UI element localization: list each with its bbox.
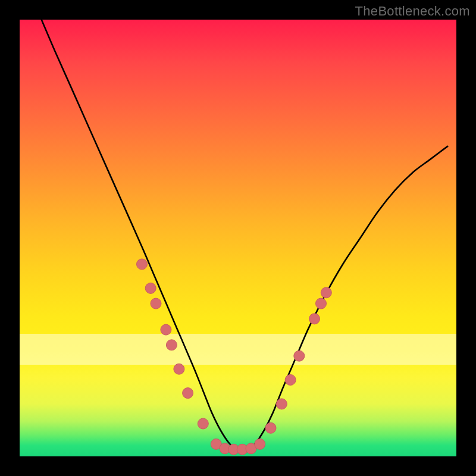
data-marker — [174, 364, 184, 374]
data-marker — [294, 350, 305, 361]
data-marker — [309, 314, 320, 324]
data-marker — [151, 298, 161, 309]
marker-group — [137, 259, 332, 455]
chart-overlay — [20, 20, 456, 456]
chart-stage: TheBottleneck.com — [0, 0, 476, 476]
watermark-text: TheBottleneck.com — [355, 4, 470, 19]
data-marker — [183, 388, 193, 399]
data-marker — [137, 259, 148, 270]
data-marker — [276, 399, 287, 409]
data-marker — [198, 418, 208, 429]
plot-area — [20, 20, 456, 456]
data-marker — [285, 375, 296, 386]
data-marker — [255, 439, 265, 449]
data-marker — [316, 298, 327, 309]
data-marker — [166, 340, 177, 350]
data-marker — [145, 283, 156, 293]
bottleneck-curve — [42, 20, 448, 450]
data-marker — [265, 422, 276, 433]
data-marker — [321, 287, 331, 298]
data-marker — [161, 324, 171, 335]
